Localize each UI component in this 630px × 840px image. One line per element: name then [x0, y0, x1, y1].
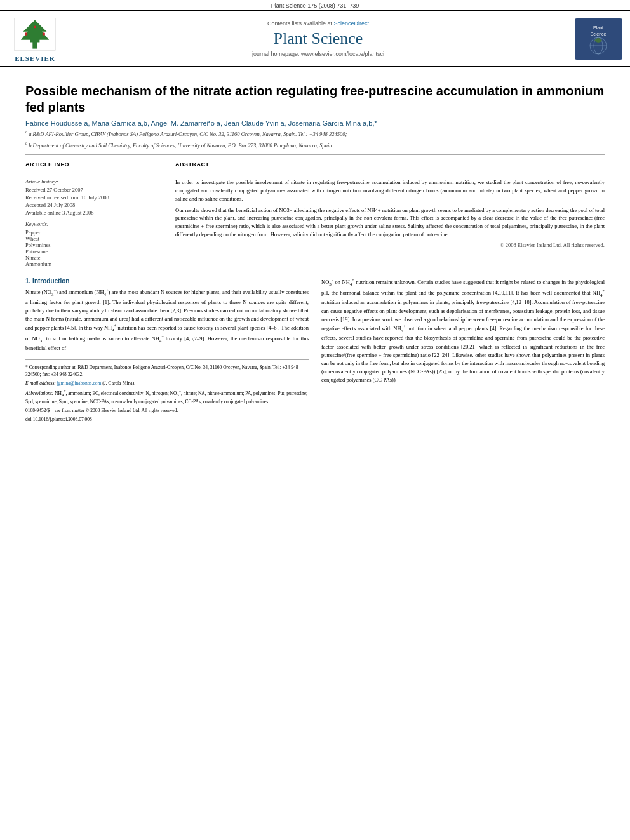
- footnote-text: * Corresponding author at: R&D Departmen…: [25, 364, 309, 423]
- footnote-issn: 0168-9452/$ – see front matter © 2008 El…: [25, 407, 309, 414]
- divider-info: [25, 173, 165, 173]
- journal-header: ELSEVIER Contents lists available at Sci…: [0, 10, 630, 67]
- received-date: Received 27 October 2007: [25, 187, 165, 193]
- svg-text:Plant: Plant: [593, 25, 603, 30]
- abstract-para1: In order to investigate the possible inv…: [175, 178, 605, 203]
- info-abstract-columns: ARTICLE INFO Article history: Received 2…: [25, 161, 605, 267]
- contents-text: Contents lists available at: [267, 20, 332, 27]
- body-right-column: NO3− on NH4+ nutrition remains unknown. …: [321, 277, 605, 425]
- keywords-label: Keywords:: [25, 221, 165, 227]
- copyright-line: © 2008 Elsevier Ireland Ltd. All rights …: [175, 242, 605, 248]
- contents-line: Contents lists available at ScienceDirec…: [70, 20, 566, 27]
- badge-image: Plant Science: [575, 18, 622, 60]
- affiliation-a-sup: a: [25, 130, 27, 134]
- abstract-text: In order to investigate the possible inv…: [175, 178, 605, 238]
- journal-header-middle: Contents lists available at ScienceDirec…: [70, 20, 566, 57]
- body-right-text: NO3− on NH4+ nutrition remains unknown. …: [321, 277, 605, 384]
- elsevier-tree-icon: [10, 15, 60, 53]
- svg-point-5: [34, 26, 36, 29]
- keyword-pepper: Pepper: [25, 229, 165, 236]
- footnote-doi: doi:10.1016/j.plantsci.2008.07.008: [25, 416, 309, 423]
- body-left-text: Nitrate (NO3−) and ammonium (NH4+) are t…: [25, 288, 309, 352]
- svg-point-3: [25, 32, 28, 36]
- intro-heading: 1. Introduction: [25, 277, 309, 284]
- keyword-ammonium: Ammonium: [25, 261, 165, 267]
- available-date: Available online 3 August 2008: [25, 210, 165, 216]
- article-title: Possible mechanism of the nitrate action…: [25, 83, 605, 116]
- email-link[interactable]: jgmina@inabonos.com: [57, 380, 102, 386]
- elsevier-logo: ELSEVIER: [6, 15, 64, 62]
- accepted-date: Accepted 24 July 2008: [25, 202, 165, 208]
- svg-rect-1: [32, 42, 37, 49]
- body-para-left-1: Nitrate (NO3−) and ammonium (NH4+) are t…: [25, 288, 309, 352]
- journal-homepage: journal homepage: www.elsevier.com/locat…: [70, 51, 566, 57]
- affiliation-b: b b Department of Chemistry and Soil Che…: [25, 141, 605, 150]
- keyword-putrescine: Putrescine: [25, 248, 165, 255]
- divider-1: [25, 154, 605, 155]
- footnote-corresponding: * Corresponding author at: R&D Departmen…: [25, 364, 309, 378]
- email-name: (J. García-Mina).: [102, 380, 135, 386]
- abstract-column: ABSTRACT In order to investigate the pos…: [175, 161, 605, 267]
- divider-abstract: [175, 173, 605, 173]
- svg-point-4: [43, 32, 46, 36]
- keyword-nitrate: Nitrate: [25, 255, 165, 261]
- svg-text:Science: Science: [591, 32, 607, 36]
- elsevier-wordmark: ELSEVIER: [15, 55, 55, 62]
- body-left-column: 1. Introduction Nitrate (NO3−) and ammon…: [25, 277, 309, 425]
- affiliation-a: a a R&D AFI-Roullier Group, CIPAV (Inabo…: [25, 130, 605, 138]
- keyword-polyamines: Polyamines: [25, 242, 165, 248]
- abstract-para2: Our results showed that the beneficial a…: [175, 206, 605, 239]
- badge-graphic: Plant Science: [579, 22, 617, 57]
- keywords-section: Keywords: Pepper Wheat Polyamines Putres…: [25, 221, 165, 267]
- journal-title: Plant Science: [70, 29, 566, 48]
- article-history-label: Article history:: [25, 178, 165, 185]
- sciencedirect-link[interactable]: ScienceDirect: [334, 20, 370, 27]
- authors-line: Fabrice Houdusse a, Maria Garnica a,b, A…: [25, 119, 605, 127]
- footnote-section: * Corresponding author at: R&D Departmen…: [25, 359, 309, 423]
- revised-date: Received in revised form 10 July 2008: [25, 194, 165, 201]
- article-info-heading: ARTICLE INFO: [25, 161, 165, 168]
- body-para-right-1: NO3− on NH4+ nutrition remains unknown. …: [321, 277, 605, 384]
- main-content: Possible mechanism of the nitrate action…: [0, 67, 630, 431]
- abstract-heading: ABSTRACT: [175, 161, 605, 168]
- journal-citation: Plant Science 175 (2008) 731–739: [271, 3, 359, 9]
- body-section: 1. Introduction Nitrate (NO3−) and ammon…: [25, 277, 605, 425]
- keyword-wheat: Wheat: [25, 236, 165, 242]
- journal-info-bar: Plant Science 175 (2008) 731–739: [0, 0, 630, 10]
- footnote-email: E-mail address: jgmina@inabonos.com (J. …: [25, 380, 309, 387]
- affiliation-b-sup: b: [25, 142, 27, 145]
- article-info-column: ARTICLE INFO Article history: Received 2…: [25, 161, 165, 267]
- footnote-abbreviations: Abbreviations: NH4+, ammonium; EC, elect…: [25, 389, 309, 405]
- journal-badge: Plant Science: [573, 18, 624, 60]
